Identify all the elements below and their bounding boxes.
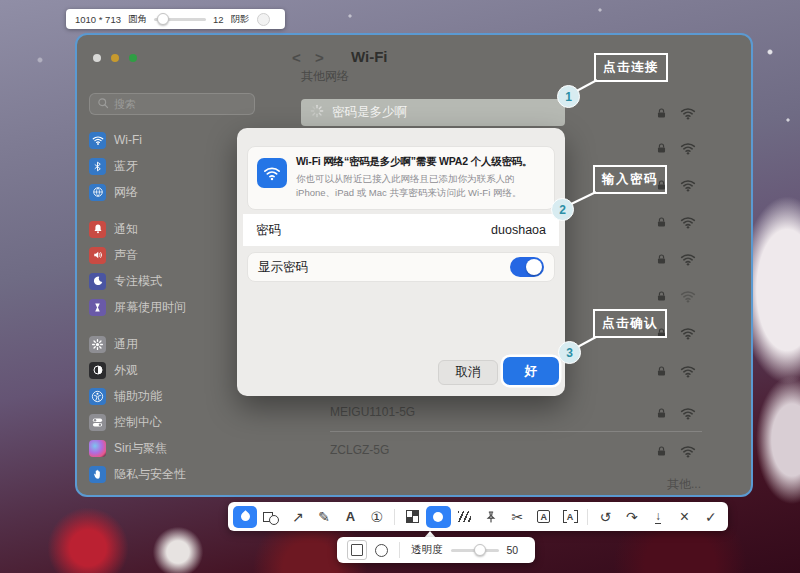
spotlight-tool[interactable] <box>426 506 450 528</box>
sidebar-item-label: Wi-Fi <box>114 133 142 147</box>
callout-click-confirm[interactable]: 点击确认 <box>593 309 667 338</box>
wifi-app-icon <box>257 158 287 188</box>
connecting-network-name: 密码是多少啊 <box>332 104 407 121</box>
moon-icon <box>89 273 106 290</box>
network-lock-and-signal-icons[interactable] <box>655 105 696 121</box>
network-lock-and-signal-icons[interactable] <box>655 140 696 156</box>
shadow-toggle[interactable] <box>257 13 270 26</box>
step-badge-3[interactable]: 3 <box>558 341 581 364</box>
back-icon[interactable]: < <box>292 49 301 66</box>
scissors-tool[interactable]: ✂ <box>505 506 529 528</box>
network-name[interactable]: MEIGU1101-5G <box>330 405 415 419</box>
pencil-tool[interactable]: ✎ <box>312 506 336 528</box>
sidebar-item-label: Siri与聚焦 <box>114 440 167 457</box>
network-lock-and-signal-icons[interactable] <box>655 251 696 267</box>
corner-radius-value: 12 <box>213 14 224 25</box>
callout-enter-password[interactable]: 输入密码 <box>593 165 667 194</box>
minimize-window-button[interactable] <box>111 54 119 62</box>
capture-dimensions: 1010 * 713 <box>75 14 121 25</box>
step-badge-1[interactable]: 1 <box>557 85 580 108</box>
ocr-tool[interactable]: A <box>558 506 582 528</box>
sidebar-item-label: 隐私与安全性 <box>114 466 186 483</box>
sidebar-item-label: 网络 <box>114 184 138 201</box>
other-networks-link[interactable]: 其他... <box>637 476 701 493</box>
password-field[interactable]: 密码 duoshaoa <box>243 214 559 246</box>
sidebar-item-siri[interactable]: Siri与聚焦 <box>89 435 269 461</box>
pin-tool[interactable] <box>479 506 503 528</box>
toolbar-divider <box>394 509 395 525</box>
network-name[interactable]: ZCLGZ-5G <box>330 443 389 457</box>
sidebar-item-control-center[interactable]: 控制中心 <box>89 409 269 435</box>
close-window-button[interactable] <box>93 54 101 62</box>
network-lock-and-signal-icons[interactable] <box>655 214 696 230</box>
bell-icon <box>89 221 106 238</box>
hourglass-icon <box>89 299 106 316</box>
screenshot-editor: 1010 * 713 圆角 12 阴影 搜索 Wi-Fi蓝牙网络通知声音专注模式… <box>0 0 800 573</box>
accessibility-icon <box>89 388 106 405</box>
text-box-tool[interactable]: A <box>532 506 556 528</box>
circle-shape-option[interactable] <box>375 544 388 557</box>
network-lock-and-signal-icons[interactable] <box>655 443 696 459</box>
captured-screenshot: 搜索 Wi-Fi蓝牙网络通知声音专注模式屏幕使用时间通用外观辅助功能控制中心Si… <box>75 33 753 497</box>
wifi-icon <box>89 132 106 149</box>
search-input[interactable]: 搜索 <box>89 93 255 115</box>
privacy-icon <box>89 466 106 483</box>
opacity-label: 透明度 <box>411 543 443 557</box>
check-tool[interactable]: ✓ <box>699 506 723 528</box>
dialog-info-panel: Wi-Fi 网络“密码是多少啊”需要 WPA2 个人级密码。 你也可以从附近已接… <box>247 146 555 210</box>
forward-icon[interactable]: > <box>315 49 324 66</box>
appearance-icon <box>89 362 106 379</box>
sidebar-item-label: 控制中心 <box>114 414 162 431</box>
speaker-icon <box>89 247 106 264</box>
mosaic-tool[interactable] <box>400 506 424 528</box>
shadow-label: 阴影 <box>231 13 250 26</box>
wifi-password-dialog: Wi-Fi 网络“密码是多少啊”需要 WPA2 个人级密码。 你也可以从附近已接… <box>237 128 565 396</box>
other-networks-section-label: 其他网络 <box>301 68 349 85</box>
network-lock-and-signal-icons[interactable] <box>655 363 696 379</box>
number-badge-tool[interactable]: ① <box>365 506 389 528</box>
sidebar-item-label: 屏幕使用时间 <box>114 299 186 316</box>
annotation-toolbar-tools: ↗✎A①✂AA↺↷↓×✓ <box>228 502 728 531</box>
sidebar-item-label: 通知 <box>114 221 138 238</box>
show-password-toggle[interactable] <box>510 257 544 277</box>
redo-tool[interactable]: ↷ <box>620 506 644 528</box>
step-badge-2[interactable]: 2 <box>551 198 574 221</box>
rectangle-shape-option[interactable] <box>347 540 367 560</box>
zoom-window-button[interactable] <box>129 54 137 62</box>
close-tool[interactable]: × <box>672 506 696 528</box>
opacity-value: 50 <box>507 544 519 556</box>
globe-icon <box>89 184 106 201</box>
text-tool[interactable]: A <box>338 506 362 528</box>
ok-button[interactable]: 好 <box>503 357 559 385</box>
arrow-tool[interactable]: ↗ <box>286 506 310 528</box>
network-lock-and-signal-icons[interactable] <box>655 405 696 421</box>
callout-click-connect[interactable]: 点击连接 <box>594 53 668 82</box>
download-tool[interactable]: ↓ <box>646 506 670 528</box>
sidebar-item-label: 通用 <box>114 336 138 353</box>
show-password-row: 显示密码 <box>247 252 555 282</box>
cancel-button[interactable]: 取消 <box>438 360 498 385</box>
list-divider <box>330 431 702 432</box>
dialog-title: Wi-Fi 网络“密码是多少啊”需要 WPA2 个人级密码。 <box>296 155 545 169</box>
search-placeholder: 搜索 <box>114 97 136 112</box>
sidebar-item-label: 蓝牙 <box>114 158 138 175</box>
spinner-icon <box>310 104 324 122</box>
corner-radius-slider[interactable] <box>154 18 206 21</box>
password-label: 密码 <box>256 222 281 239</box>
bluetooth-icon <box>89 158 106 175</box>
connecting-network-row[interactable]: 密码是多少啊 <box>301 99 565 126</box>
divider <box>399 542 400 558</box>
sidebar-item-label: 专注模式 <box>114 273 162 290</box>
droplet-tool[interactable] <box>233 506 257 528</box>
editor-style-toolbar: 1010 * 713 圆角 12 阴影 <box>66 9 285 29</box>
undo-tool[interactable]: ↺ <box>593 506 617 528</box>
opacity-slider[interactable] <box>451 549 499 552</box>
toolbar-divider <box>587 509 588 525</box>
hatch-tool[interactable] <box>453 506 477 528</box>
show-password-label: 显示密码 <box>258 259 308 276</box>
network-lock-and-signal-icons[interactable] <box>655 288 696 304</box>
sidebar-item-privacy[interactable]: 隐私与安全性 <box>89 461 269 487</box>
shapes-tool[interactable] <box>259 506 283 528</box>
siri-icon <box>89 440 106 457</box>
sidebar-item-label: 外观 <box>114 362 138 379</box>
